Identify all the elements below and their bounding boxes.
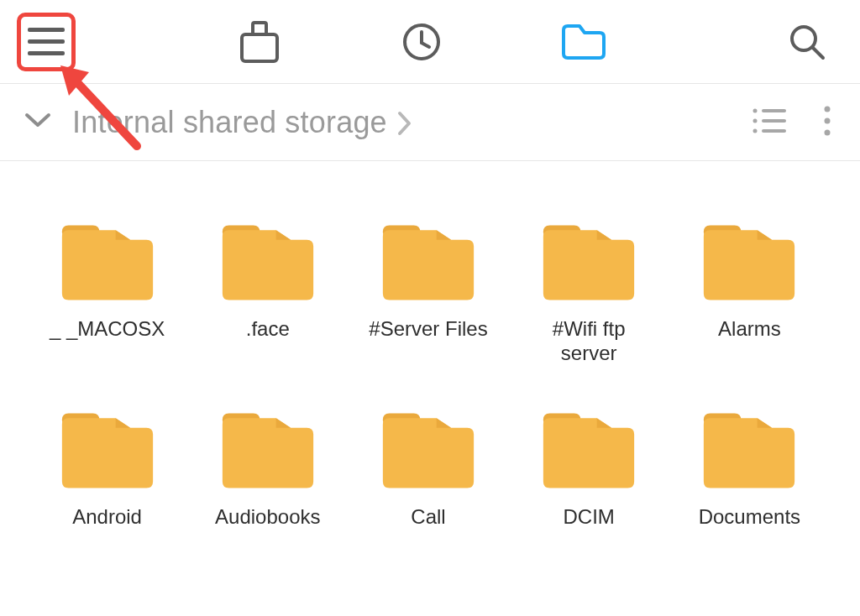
folder-label: _ _MACOSX	[50, 317, 165, 366]
folder-label: Call	[411, 505, 445, 554]
folder-icon	[219, 220, 317, 302]
folder-label: Alarms	[718, 317, 781, 366]
folder-item[interactable]: Documents	[690, 408, 810, 554]
svg-point-8	[753, 108, 758, 112]
breadcrumb-next[interactable]	[397, 111, 412, 139]
svg-line-7	[813, 48, 823, 58]
folder-item[interactable]: Android	[47, 408, 167, 554]
chevron-down-icon	[24, 112, 52, 130]
folder-item[interactable]: #Server Files	[368, 220, 488, 366]
menu-icon	[28, 28, 65, 56]
folder-outline-icon	[561, 23, 606, 60]
clock-icon	[401, 22, 442, 62]
folder-label: #Wifi ftp server	[529, 317, 649, 366]
files-tab[interactable]	[561, 23, 606, 60]
svg-point-10	[753, 118, 758, 123]
svg-point-15	[825, 117, 831, 123]
svg-rect-13	[762, 129, 786, 133]
folder-item[interactable]: #Wifi ftp server	[529, 220, 649, 366]
analysis-tab[interactable]	[240, 21, 279, 63]
chevron-right-icon	[397, 111, 412, 136]
svg-point-12	[753, 128, 758, 133]
svg-rect-9	[762, 109, 786, 112]
search-button[interactable]	[788, 23, 826, 61]
recent-tab[interactable]	[401, 22, 442, 62]
folder-icon	[540, 408, 637, 490]
list-view-icon	[752, 107, 786, 134]
folder-label: .face	[246, 317, 290, 366]
svg-rect-11	[762, 119, 786, 123]
search-icon	[788, 23, 826, 61]
menu-button[interactable]	[17, 13, 76, 71]
folder-icon	[219, 408, 317, 490]
folder-icon	[380, 408, 477, 490]
top-toolbar	[0, 0, 860, 84]
folder-icon	[380, 220, 477, 302]
breadcrumb-title[interactable]: Internal shared storage	[72, 105, 387, 140]
more-options-button[interactable]	[823, 106, 831, 139]
folder-label: Audiobooks	[215, 505, 320, 554]
folder-item[interactable]: Audiobooks	[207, 408, 328, 554]
view-mode-button[interactable]	[752, 107, 786, 138]
folder-item[interactable]: DCIM	[529, 408, 649, 554]
folder-item[interactable]: Alarms	[690, 220, 810, 366]
folder-label: Documents	[699, 505, 800, 554]
svg-point-14	[825, 106, 831, 112]
svg-rect-3	[242, 34, 277, 61]
folder-label: #Server Files	[369, 317, 487, 366]
folder-icon	[59, 220, 156, 302]
folder-label: DCIM	[564, 505, 615, 554]
svg-rect-4	[253, 23, 266, 34]
analysis-icon	[240, 21, 279, 63]
path-row: Internal shared storage	[0, 84, 860, 161]
folder-icon	[700, 220, 798, 302]
folder-icon	[59, 408, 156, 490]
svg-point-16	[825, 129, 831, 135]
svg-rect-1	[28, 39, 65, 44]
collapse-path-button[interactable]	[24, 112, 52, 133]
folder-label: Android	[72, 505, 142, 554]
svg-rect-2	[28, 51, 65, 55]
folder-item[interactable]: .face	[207, 220, 328, 366]
folder-item[interactable]: Call	[368, 408, 488, 554]
folder-icon	[700, 408, 798, 490]
folder-item[interactable]: _ _MACOSX	[47, 220, 167, 366]
folder-grid: _ _MACOSX .face #Server Files #Wifi ftp …	[0, 161, 860, 579]
svg-rect-0	[28, 28, 65, 32]
more-vert-icon	[823, 106, 831, 136]
folder-icon	[540, 220, 637, 302]
